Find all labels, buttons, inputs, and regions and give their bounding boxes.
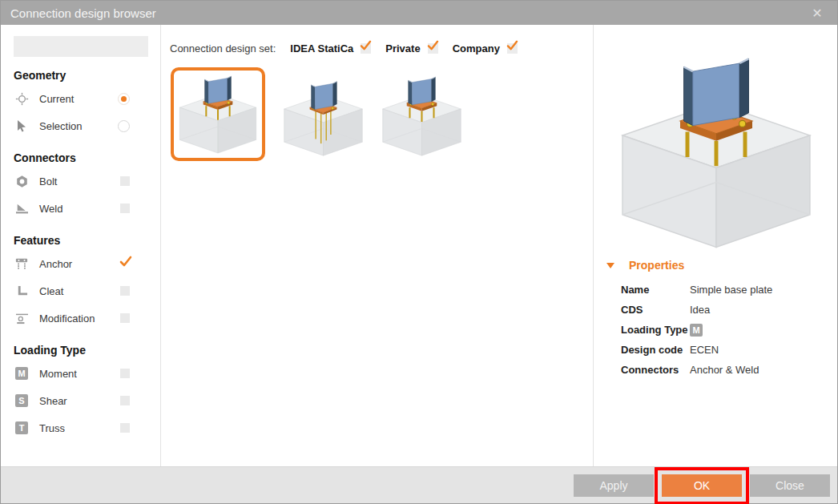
section-loading-type: Loading Type [14, 344, 160, 357]
target-move-icon [14, 91, 30, 107]
filter-label: Cleat [39, 285, 63, 297]
property-row-design-code: Design code ECEN [594, 340, 837, 360]
property-row-name: Name Simple base plate [594, 280, 837, 300]
filter-current[interactable]: Current [14, 85, 160, 112]
filter-bolt[interactable]: Bolt [14, 167, 160, 195]
apply-button[interactable]: Apply [574, 474, 654, 497]
set-label: Connection design set: [170, 42, 276, 54]
cursor-icon [14, 118, 30, 134]
filter-sidebar: Geometry Current Selection Connectors [1, 25, 161, 466]
set-idea-statica[interactable]: IDEA StatiCa [290, 42, 371, 54]
filter-label: Current [39, 93, 74, 105]
properties-title: Properties [629, 259, 684, 272]
titlebar: Connection design browser ✕ [1, 1, 837, 25]
search-box[interactable] [14, 36, 148, 57]
section-geometry: Geometry [14, 69, 160, 82]
set-company[interactable]: Company [453, 42, 518, 54]
shear-badge-icon: S [14, 393, 30, 409]
bolt-nut-icon [14, 173, 30, 189]
filter-shear[interactable]: S Shear [14, 387, 160, 414]
filter-modification[interactable]: Modification [14, 304, 160, 332]
truss-badge-icon: T [14, 420, 30, 436]
detail-panel: Properties Name Simple base plate CDS Id… [593, 25, 837, 466]
filter-selection[interactable]: Selection [14, 112, 160, 139]
filter-cleat[interactable]: Cleat [14, 277, 160, 304]
filter-label: Modification [39, 312, 95, 325]
anchor-plate-icon [14, 256, 30, 272]
close-icon[interactable]: ✕ [807, 6, 828, 21]
filter-label: Bolt [39, 175, 57, 187]
design-thumbnail-3[interactable] [376, 73, 468, 157]
company-checkbox[interactable] [507, 43, 518, 54]
current-radio[interactable] [118, 93, 130, 105]
property-row-loading-type: Loading Type M [594, 320, 837, 340]
selection-radio[interactable] [118, 120, 130, 132]
weld-icon [14, 200, 30, 216]
filter-label: Selection [39, 120, 82, 132]
modification-icon [14, 310, 30, 326]
private-checkbox[interactable] [428, 43, 438, 54]
set-private[interactable]: Private [385, 42, 437, 54]
filter-truss[interactable]: T Truss [14, 414, 160, 442]
dialog-title: Connection design browser [10, 6, 156, 20]
moment-badge-icon: M [14, 365, 30, 381]
property-row-connectors: Connectors Anchor & Weld [594, 360, 837, 380]
cleat-checkbox[interactable] [120, 286, 130, 296]
section-connectors: Connectors [14, 151, 160, 164]
weld-checkbox[interactable] [120, 204, 130, 213]
idea-statica-checkbox[interactable] [361, 43, 371, 54]
shear-checkbox[interactable] [120, 396, 130, 405]
design-3d-preview[interactable] [603, 49, 829, 251]
design-thumbnail-2[interactable] [277, 73, 369, 157]
dialog-footer: Apply OK Close [1, 466, 837, 503]
modification-checkbox[interactable] [120, 313, 130, 323]
cleat-angle-icon [14, 283, 30, 299]
filter-label: Moment [39, 368, 77, 380]
filter-label: Anchor [39, 258, 72, 270]
filter-moment[interactable]: M Moment [14, 360, 160, 387]
collapse-triangle-icon[interactable] [606, 263, 614, 268]
connection-design-set-row: Connection design set: IDEA StatiCa Priv… [162, 25, 594, 60]
filter-anchor[interactable]: Anchor [14, 250, 160, 277]
moment-checkbox[interactable] [120, 369, 130, 378]
truss-checkbox[interactable] [120, 423, 130, 433]
filter-weld[interactable]: Weld [14, 195, 160, 222]
filter-label: Weld [39, 203, 62, 215]
design-thumbnail-selected[interactable] [171, 67, 265, 161]
gallery-panel: Connection design set: IDEA StatiCa Priv… [162, 25, 594, 466]
moment-badge-icon: M [690, 324, 703, 337]
search-input[interactable] [14, 41, 161, 53]
close-button[interactable]: Close [750, 474, 830, 497]
section-features: Features [14, 234, 160, 247]
anchor-checkbox[interactable] [120, 259, 130, 268]
ok-button[interactable]: OK [662, 474, 742, 497]
properties-section: Properties Name Simple base plate CDS Id… [594, 259, 837, 380]
bolt-checkbox[interactable] [120, 176, 130, 186]
property-row-cds: CDS Idea [594, 300, 837, 320]
filter-label: Truss [39, 422, 65, 434]
filter-label: Shear [39, 395, 67, 407]
connection-design-browser-dialog: Connection design browser ✕ Geometry Cur… [0, 0, 838, 504]
